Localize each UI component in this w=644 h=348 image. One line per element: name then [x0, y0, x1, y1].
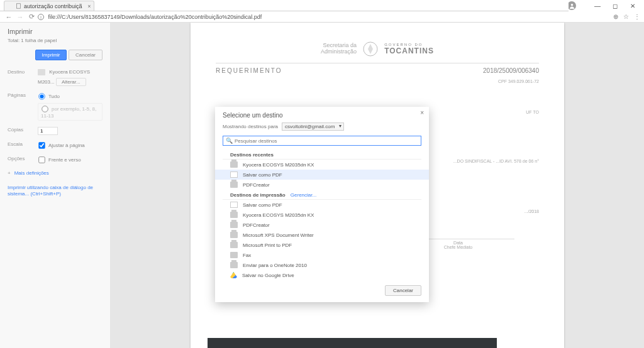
- doc-cpf-label: CPF: [498, 79, 507, 84]
- window-maximize-button[interactable]: ◻: [606, 3, 624, 9]
- printer-icon: [230, 262, 238, 268]
- copies-input[interactable]: [38, 127, 58, 135]
- destination-name: Fax: [243, 253, 251, 258]
- bookmark-icon[interactable]: ☆: [623, 13, 629, 20]
- gdrive-icon: [230, 272, 237, 278]
- reload-button[interactable]: ⟳: [26, 12, 36, 22]
- print-overlay: Imprimir Total: 1 folha de papel Imprimi…: [0, 23, 644, 348]
- destination-label: Destino: [8, 69, 38, 86]
- destination-name: Salvar como PDF: [243, 202, 282, 208]
- destination-search[interactable]: 🔍: [223, 136, 421, 146]
- dialog-title: Selecione um destino: [223, 112, 283, 119]
- print-destination-item[interactable]: Fax: [215, 250, 429, 260]
- account-select[interactable]: csvoltolini@gmail.com: [282, 122, 344, 131]
- scale-label: Escala: [8, 141, 38, 150]
- print-destination-item[interactable]: Kyocera ECOSYS M2035dn KX: [215, 210, 429, 220]
- print-destination-item[interactable]: Microsoft Print to PDF: [215, 240, 429, 250]
- print-total: Total: 1 folha de papel: [8, 38, 103, 43]
- fit-page-checkbox[interactable]: Ajustar à página: [38, 143, 85, 148]
- fax-icon: [230, 252, 238, 258]
- more-settings-link[interactable]: Mais definições: [8, 170, 103, 176]
- menu-icon[interactable]: ⋮: [634, 13, 640, 20]
- browser-tab[interactable]: autorização contribuiçã ×: [4, 1, 94, 11]
- destination-dialog: × Selecione um destino Mostrando destino…: [215, 107, 429, 302]
- document-icon: [16, 3, 21, 9]
- print-cancel-button[interactable]: Cancelar: [69, 50, 103, 60]
- browser-content: Imprimir Total: 1 folha de papel Imprimi…: [0, 23, 644, 348]
- destination-name: Microsoft XPS Document Writer: [243, 232, 314, 238]
- print-button[interactable]: Imprimir: [35, 50, 67, 60]
- printer-icon: [230, 161, 238, 168]
- doc-cpf-value: 349.029.061-72: [508, 79, 539, 84]
- duplex-checkbox[interactable]: Frente e verso: [38, 157, 81, 163]
- printer-icon: [230, 182, 238, 188]
- pages-all-radio[interactable]: Tudo: [38, 94, 60, 99]
- tab-title: autorização contribuiçã: [24, 3, 82, 9]
- dialog-cancel-button[interactable]: Cancelar: [385, 285, 421, 296]
- forward-button: →: [15, 12, 25, 22]
- destination-name: Kyocera ECOSYS M2035dn KX: [243, 212, 314, 218]
- options-label: Opções: [8, 156, 38, 164]
- pages-range-radio[interactable]: por exemplo, 1-5, 8, 11-13: [38, 103, 103, 121]
- print-destination-item[interactable]: Salvar no Google Drive: [215, 270, 429, 280]
- printer-icon: [230, 242, 238, 248]
- doc-secretaria: Secretaria da Administração: [321, 43, 357, 55]
- search-icon: 🔍: [226, 138, 232, 144]
- destination-name: Salvar no Google Drive: [242, 273, 294, 278]
- doc-state: GOVERNO DO TOCANTINS: [384, 43, 434, 55]
- print-destination-item[interactable]: Enviar para o OneNote 2010: [215, 260, 429, 270]
- svg-rect-0: [17, 4, 21, 9]
- print-title: Imprimir: [8, 28, 103, 35]
- url-text: file:///C:/Users/81365837149/Downloads/a…: [48, 14, 262, 20]
- dialog-close-icon[interactable]: ×: [420, 109, 424, 116]
- change-destination-button[interactable]: Alterar...: [56, 78, 86, 86]
- print-destination-item[interactable]: PDFCreator: [215, 220, 429, 230]
- pdf-toolbar-strip: [208, 338, 497, 348]
- pdf-icon: [230, 202, 238, 208]
- recent-destination-item[interactable]: PDFCreator: [215, 180, 429, 190]
- system-dialog-link[interactable]: Imprimir utilizando caixa de diálogo de …: [8, 185, 103, 198]
- window-close-button[interactable]: ✕: [624, 3, 641, 9]
- zoom-icon[interactable]: ⊕: [613, 13, 618, 20]
- tab-close-icon[interactable]: ×: [87, 3, 91, 9]
- printer-icon: [230, 222, 238, 228]
- printer-icon: [230, 232, 238, 238]
- destination-name: Salvar como PDF: [243, 172, 282, 178]
- manage-link[interactable]: Gerenciar...: [291, 192, 316, 198]
- pdf-icon: [230, 171, 238, 178]
- printer-icon: [38, 69, 45, 75]
- destination-name: PDFCreator: [243, 222, 270, 228]
- destination-search-input[interactable]: [235, 138, 418, 144]
- address-bar: ← → ⟳ i file:///C:/Users/81365837149/Dow…: [0, 11, 644, 23]
- profile-avatar-icon[interactable]: [567, 1, 576, 10]
- svg-point-1: [570, 3, 573, 6]
- pages-label: Páginas: [8, 92, 38, 121]
- recent-destinations-title: Destinos recentes: [223, 150, 421, 160]
- site-info-icon[interactable]: i: [38, 14, 44, 20]
- print-settings-panel: Imprimir Total: 1 folha de papel Imprimi…: [0, 23, 111, 348]
- print-destination-item[interactable]: Microsoft XPS Document Writer: [215, 230, 429, 240]
- print-destinations-title: Destinos de impressão Gerenciar...: [223, 190, 421, 200]
- showing-for-label: Mostrando destinos para: [223, 124, 278, 129]
- printer-icon: [230, 212, 238, 218]
- tab-strip: autorização contribuiçã ×: [0, 0, 569, 11]
- back-button[interactable]: ←: [4, 12, 14, 22]
- destination-name: Microsoft Print to PDF: [243, 242, 292, 248]
- doc-requerimento: REQUERIMENTO: [216, 67, 282, 74]
- window-minimize-button[interactable]: —: [589, 3, 606, 9]
- copies-label: Cópias: [8, 127, 38, 135]
- recent-destination-item[interactable]: Salvar como PDF: [215, 170, 429, 180]
- destination-name: PDFCreator: [243, 182, 270, 188]
- print-destination-item[interactable]: Salvar como PDF: [215, 200, 429, 210]
- recent-destination-item[interactable]: Kyocera ECOSYS M2035dn KX: [215, 160, 429, 170]
- url-display[interactable]: i file:///C:/Users/81365837149/Downloads…: [38, 14, 613, 20]
- tocantins-seal-icon: [363, 41, 378, 57]
- doc-protocol: 2018/25009/006340: [483, 67, 539, 74]
- destination-name: Kyocera ECOSYS M2035dn KX: [243, 162, 314, 168]
- destination-name: Enviar para o OneNote 2010: [243, 263, 307, 268]
